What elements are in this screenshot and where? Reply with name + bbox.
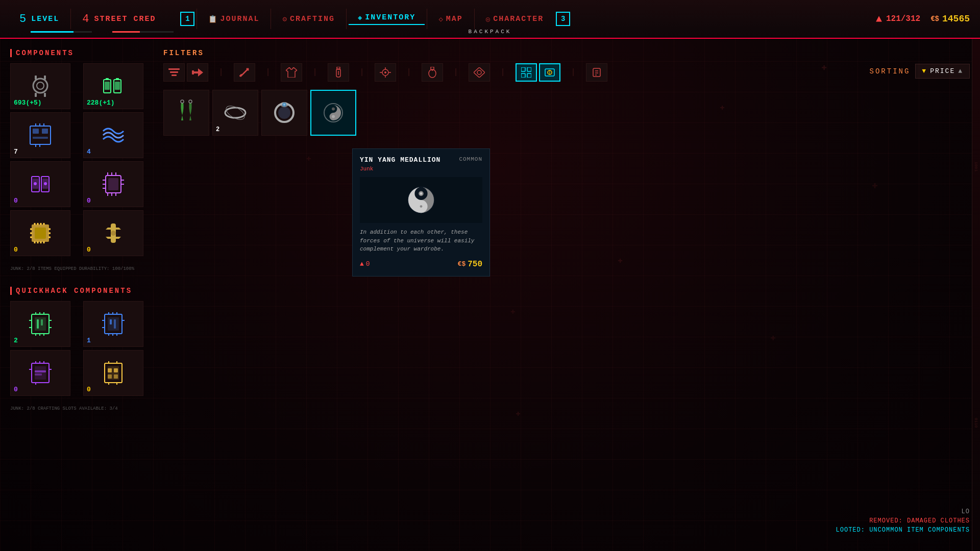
svg-point-59 (111, 231, 116, 236)
badge-2-container: 3 (556, 12, 570, 26)
svg-rect-88 (35, 366, 46, 380)
svg-rect-99 (108, 368, 112, 372)
filter-ranged[interactable] (187, 63, 208, 82)
backpack-label: BACKPACK (469, 29, 512, 35)
level-number: 5 (19, 13, 26, 26)
left-panel: COMPONENTS 693(+5) (10, 49, 153, 541)
nav-inventory[interactable]: ◆ INVENTORY (349, 13, 425, 25)
svg-point-157 (420, 205, 423, 208)
item-detail-panel: YIN YANG MEDALLION COMMON Junk (352, 148, 490, 277)
svg-rect-130 (521, 67, 525, 71)
item-slot-2[interactable]: 2 (212, 90, 258, 136)
quickhack-title: QUICKHACK COMPONENTS (10, 287, 153, 295)
component-count-5: 0 (14, 197, 18, 205)
svg-point-144 (224, 103, 247, 122)
level-progress-fill (31, 31, 74, 33)
inventory-diamond-icon: ◆ (358, 13, 362, 22)
nav-character[interactable]: ◎ CHARACTER (477, 15, 553, 23)
component-item-1[interactable]: 693(+5) (10, 63, 70, 109)
filter-mods[interactable] (469, 63, 490, 82)
svg-point-1 (37, 82, 44, 89)
nav-level[interactable]: 5 LEVEL (10, 13, 68, 26)
component-item-3[interactable]: 7 (10, 112, 70, 158)
component-count-6: 0 (87, 197, 91, 205)
component-item-4[interactable]: 4 (83, 112, 143, 158)
components-grid: 693(+5) 228(+1) (10, 63, 153, 256)
character-label: CHARACTER (493, 15, 544, 23)
component-item-7[interactable]: 0 (10, 210, 70, 256)
quickhack-item-2[interactable]: 1 (83, 301, 143, 347)
filter-melee[interactable] (234, 63, 255, 82)
svg-rect-132 (521, 73, 525, 78)
svg-rect-15 (33, 137, 48, 139)
filter-junk-grid[interactable] (516, 63, 537, 82)
component-count-7: 0 (14, 246, 18, 254)
bottom-right-log: LO REMOVED: DAMAGED CLOTHES LOOTED: UNCO… (836, 508, 970, 536)
component-icon-8 (98, 219, 129, 247)
components-title: COMPONENTS (10, 49, 153, 57)
svg-rect-11 (115, 82, 120, 90)
component-item-2[interactable]: 228(+1) (83, 63, 143, 109)
side-text-1: 1001 (974, 162, 978, 171)
item-slot-1[interactable] (163, 90, 209, 136)
svg-rect-112 (192, 70, 194, 74)
level-progress-bar (31, 31, 92, 33)
quickhack-icon-2 (98, 310, 129, 338)
filter-sep4: | (351, 63, 373, 82)
component-icon-2 (98, 72, 129, 101)
quickhack-item-3[interactable]: 0 (10, 350, 70, 396)
quickhack-count-1: 2 (14, 337, 18, 344)
quickhack-item-4[interactable]: 0 (83, 350, 143, 396)
nav-divider-3 (271, 9, 271, 29)
component-item-5[interactable]: 0 (10, 161, 70, 207)
item-stats: ▲ 0 €$ 750 (360, 260, 482, 269)
item-detail-header: YIN YANG MEDALLION COMMON (360, 156, 482, 164)
filter-bar: | | | (163, 63, 970, 82)
component-item-6[interactable]: 0 (83, 161, 143, 207)
nav-badge-2[interactable]: 3 (556, 12, 570, 26)
svg-rect-117 (337, 67, 340, 69)
filter-junk-money[interactable] (539, 63, 560, 82)
svg-rect-77 (114, 319, 116, 329)
filter-all[interactable] (163, 63, 185, 82)
filters-title: FILTERS (163, 49, 970, 57)
quickhack-count-2: 1 (87, 337, 91, 344)
item-price-value: 750 (468, 260, 482, 269)
quickhack-item-1[interactable]: 2 (10, 301, 70, 347)
quickhack-small-text: JUNK: 2/8 CRAFTING SLOTS AVAILABLE: 3/4 (10, 406, 153, 411)
svg-rect-41 (35, 228, 46, 239)
nav-map[interactable]: ◇ MAP (429, 15, 472, 23)
svg-rect-62 (37, 319, 39, 329)
svg-point-129 (477, 70, 481, 74)
filter-grenades[interactable] (422, 63, 443, 82)
log-looted: LOOTED: UNCOMMON ITEM COMPONENTS (836, 527, 970, 534)
weight-triangle-icon: ▲ (360, 260, 364, 268)
level-label: LEVEL (31, 15, 59, 23)
svg-rect-10 (116, 78, 119, 80)
svg-point-143 (225, 108, 246, 118)
item-slot-3[interactable] (261, 90, 307, 136)
filter-cyberware[interactable] (375, 63, 396, 82)
item-name: YIN YANG MEDALLION (360, 156, 440, 164)
crafting-label: CRAFTING (290, 15, 335, 23)
nav-journal[interactable]: 📋 JOURNAL (199, 15, 268, 23)
svg-point-149 (283, 104, 285, 106)
nav-badge-1[interactable]: 1 (180, 12, 194, 26)
nav-street-cred[interactable]: 4 STREET CRED (73, 13, 165, 26)
badge-1-container: 1 (180, 12, 194, 26)
side-text-2: 0110 (974, 418, 978, 428)
main-content: COMPONENTS 693(+5) (0, 39, 980, 551)
nav-crafting[interactable]: ⚙ CRAFTING (273, 15, 344, 23)
svg-point-151 (332, 108, 335, 111)
filter-consumables[interactable] (328, 63, 349, 82)
filter-quickhacks[interactable] (586, 63, 607, 82)
filter-sep1: | (210, 63, 232, 82)
side-decorations: 1001 0110 (972, 39, 980, 551)
item-rarity: COMMON (459, 156, 482, 162)
item-slot-4[interactable] (310, 90, 356, 136)
filter-clothes[interactable] (281, 63, 302, 82)
weight-value: 121/312 (886, 14, 920, 23)
component-item-8[interactable]: 0 (83, 210, 143, 256)
svg-rect-107 (168, 68, 180, 70)
quickhack-icon-4 (98, 359, 129, 387)
